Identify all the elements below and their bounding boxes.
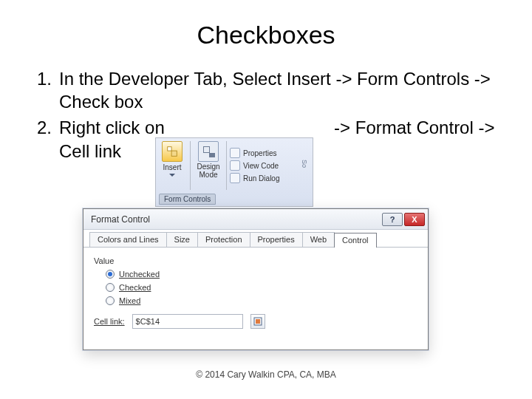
tab-properties[interactable]: Properties [250,232,303,247]
list-text: In the Developer Tab, Select Insert -> F… [59,67,505,113]
ribbon-design-mode-button[interactable]: Design Mode [192,138,225,193]
list-number: 1. [27,67,59,113]
properties-icon [230,148,240,158]
radio-icon [106,296,115,305]
radio-icon [106,270,115,279]
radio-icon [106,283,115,292]
insert-icon [162,141,183,162]
view-code-icon [230,160,240,171]
tab-web[interactable]: Web [302,232,335,247]
page-title: Checkboxes [0,0,532,67]
radio-unchecked-label: Unchecked [119,270,160,279]
ribbon-truncated-group: So [301,140,311,191]
close-button[interactable]: X [404,213,425,226]
cell-link-input[interactable]: $C$14 [132,314,243,329]
copyright: © 2014 Cary Walkin CPA, CA, MBA [0,369,532,380]
ribbon-screenshot: Insert Design Mode Properties View Code … [155,137,313,207]
dialog-body: Value Unchecked Checked Mixed Cell link:… [83,248,428,335]
ribbon-insert-label: Insert [163,163,181,171]
format-control-dialog: Format Control ? X Colors and Lines Size… [83,208,429,350]
radio-mixed-label: Mixed [119,296,140,305]
dialog-tabstrip: Colors and Lines Size Protection Propert… [83,230,428,248]
ribbon-properties-label: Properties [243,149,277,157]
run-dialog-icon [230,173,240,183]
ribbon-insert-button[interactable]: Insert [156,138,188,193]
list-number: 2. [27,116,59,162]
ribbon-design-mode-label: Design Mode [192,163,225,179]
radio-unchecked[interactable]: Unchecked [106,270,417,279]
svg-rect-1 [171,151,177,156]
tab-protection[interactable]: Protection [197,232,250,247]
radio-mixed[interactable]: Mixed [106,296,417,305]
cell-link-picker-button[interactable] [250,314,265,329]
radio-checked-label: Checked [119,283,151,292]
value-section-label: Value [94,256,417,265]
list-item: 1. In the Developer Tab, Select Insert -… [27,67,505,113]
tab-control[interactable]: Control [334,233,376,248]
range-picker-icon [253,317,262,326]
ribbon-run-dialog-label: Run Dialog [243,174,279,183]
list-text-part: Right click on [59,117,165,137]
radio-checked[interactable]: Checked [106,283,417,292]
cell-link-label: Cell link: [94,317,125,326]
svg-rect-0 [168,147,171,151]
ribbon-group-label: Form Controls [159,194,216,205]
dialog-title: Format Control [91,214,381,225]
svg-rect-3 [256,319,260,324]
tab-colors-lines[interactable]: Colors and Lines [89,232,167,247]
ribbon-view-code-label: View Code [243,162,279,170]
chevron-down-icon [169,174,175,177]
dialog-titlebar: Format Control ? X [83,209,428,230]
tab-size[interactable]: Size [166,232,198,247]
design-mode-icon [198,141,219,162]
help-button[interactable]: ? [382,213,403,226]
